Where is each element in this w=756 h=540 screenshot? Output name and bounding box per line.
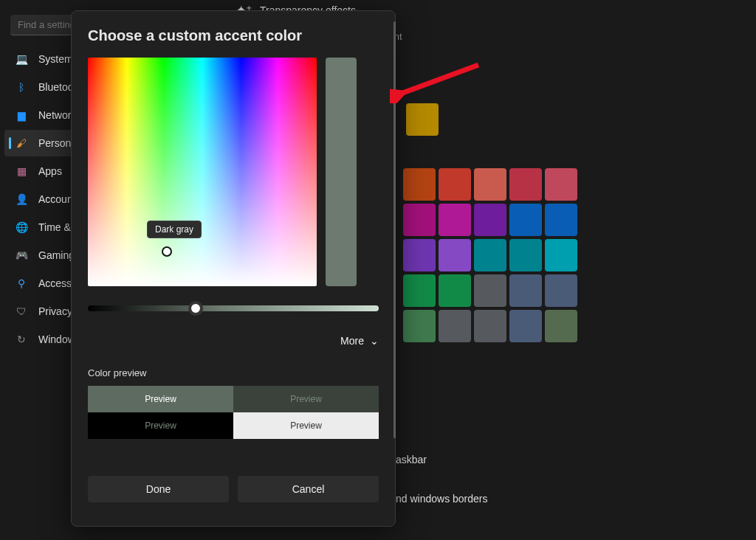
accent-swatch[interactable] bbox=[403, 310, 436, 342]
nav-label: Privacy bbox=[38, 305, 72, 317]
accent-swatch[interactable] bbox=[439, 168, 471, 201]
accent-swatch[interactable] bbox=[509, 274, 542, 307]
accent-swatch[interactable] bbox=[509, 310, 542, 342]
more-label: More bbox=[340, 335, 364, 347]
accent-swatch[interactable] bbox=[403, 168, 436, 201]
accent-swatch[interactable] bbox=[403, 204, 436, 236]
chevron-down-icon: ⌄ bbox=[370, 335, 379, 347]
nav-label: System bbox=[38, 53, 73, 65]
color-picker-dialog: Choose a custom accent color Dark gray M… bbox=[71, 10, 396, 527]
accent-swatch[interactable] bbox=[403, 274, 436, 307]
current-color-preview bbox=[326, 58, 357, 286]
accent-swatch-grid bbox=[403, 168, 577, 342]
accent-swatch[interactable] bbox=[474, 310, 506, 342]
preview-section-label: Color preview bbox=[88, 367, 379, 378]
color-spectrum[interactable]: Dark gray bbox=[88, 58, 317, 286]
value-slider[interactable] bbox=[88, 305, 379, 311]
personalization-icon: 🖌 bbox=[15, 136, 28, 150]
accent-swatch[interactable] bbox=[509, 204, 542, 236]
accent-swatch[interactable] bbox=[545, 204, 577, 236]
swatch-recent-yellow[interactable] bbox=[406, 103, 439, 136]
dialog-title: Choose a custom accent color bbox=[88, 27, 379, 44]
done-button[interactable]: Done bbox=[88, 476, 229, 502]
accent-swatch[interactable] bbox=[403, 239, 436, 271]
nav-label: Apps bbox=[38, 165, 62, 177]
system-icon: 💻 bbox=[15, 52, 28, 66]
preview-grid: Preview Preview Preview Preview bbox=[88, 386, 379, 439]
accent-swatch[interactable] bbox=[474, 204, 506, 236]
nav-label: Gaming bbox=[38, 249, 75, 261]
accent-swatch[interactable] bbox=[545, 310, 577, 342]
network-icon: ▆ bbox=[15, 108, 28, 122]
accent-swatch[interactable] bbox=[439, 274, 471, 307]
accessibility-icon: ⚲ bbox=[15, 277, 28, 290]
preview-tile-black: Preview bbox=[88, 412, 233, 439]
accounts-icon: 👤 bbox=[15, 193, 28, 206]
borders-option-text: nd windows borders bbox=[396, 493, 488, 505]
apps-icon: ▦ bbox=[15, 165, 28, 178]
preview-tile-white: Preview bbox=[233, 412, 379, 439]
more-toggle[interactable]: More ⌄ bbox=[88, 335, 379, 347]
accent-swatch[interactable] bbox=[439, 239, 471, 271]
spectrum-cursor[interactable] bbox=[162, 246, 172, 257]
accent-swatch[interactable] bbox=[509, 239, 542, 271]
accent-swatch[interactable] bbox=[439, 204, 471, 236]
time-icon: 🌐 bbox=[15, 221, 28, 234]
privacy-icon: 🛡 bbox=[15, 305, 28, 318]
accent-swatch[interactable] bbox=[474, 239, 506, 271]
accent-swatch[interactable] bbox=[545, 168, 577, 201]
accent-swatch[interactable] bbox=[439, 310, 471, 342]
accent-swatch[interactable] bbox=[474, 168, 506, 201]
bluetooth-icon: ᛒ bbox=[15, 80, 28, 94]
preview-tile-accent-light: Preview bbox=[88, 386, 233, 412]
preview-tile-accent-dark: Preview bbox=[233, 386, 379, 412]
value-slider-thumb[interactable] bbox=[188, 301, 203, 316]
accent-swatch[interactable] bbox=[509, 168, 542, 201]
windows-icon: ↻ bbox=[15, 333, 28, 346]
accent-swatch[interactable] bbox=[545, 239, 577, 271]
cancel-button[interactable]: Cancel bbox=[238, 476, 379, 502]
color-tooltip: Dark gray bbox=[147, 221, 202, 238]
accent-swatch[interactable] bbox=[545, 274, 577, 307]
accent-swatch[interactable] bbox=[474, 274, 506, 307]
gaming-icon: 🎮 bbox=[15, 249, 28, 262]
taskbar-option-text: askbar bbox=[396, 454, 427, 465]
